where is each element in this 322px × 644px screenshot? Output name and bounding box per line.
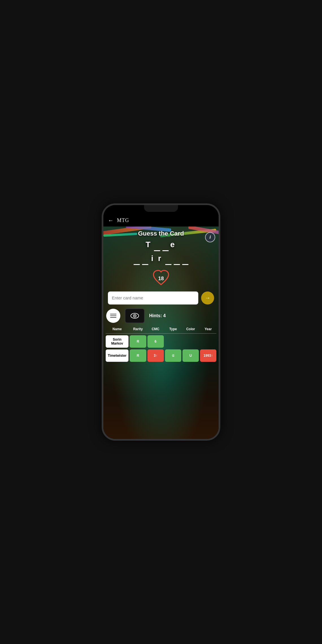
card-name-input[interactable] (108, 291, 198, 304)
lives-count: 18 (158, 275, 164, 281)
phone-notch (144, 205, 178, 212)
phone-frame: ← MTG Guess the Card (102, 203, 220, 441)
blank-3 (134, 252, 140, 265)
col-cmc: CMC (147, 326, 164, 332)
eye-hints-row: Hints: 4 (125, 308, 166, 323)
letter-r: r (157, 252, 164, 265)
blank-4 (142, 252, 148, 265)
cell-cmc-2: 3↑ (147, 349, 164, 362)
cell-color-2: U (182, 349, 199, 362)
cell-year-1 (200, 335, 216, 348)
col-name: Name (106, 326, 129, 332)
cell-cmc-1: 6 (147, 335, 164, 348)
table-header: Name Rarity CMC Type Color Year (105, 326, 217, 332)
guess-table: Name Rarity CMC Type Color Year Sorin Ma… (103, 326, 219, 364)
content-overlay: Guess the Card i T e (103, 227, 219, 364)
cell-name-2: Timetwister (106, 349, 129, 362)
col-year: Year (200, 326, 216, 332)
col-type: Type (165, 326, 181, 332)
col-color: Color (182, 326, 199, 332)
menu-button[interactable] (106, 309, 120, 323)
cell-name-1: Sorin Markov (106, 335, 129, 348)
menu-line-2 (110, 316, 116, 316)
word-display: T e i r (133, 238, 189, 266)
cell-color-1 (182, 335, 199, 348)
blank-5 (165, 252, 171, 265)
table-divider (106, 333, 216, 334)
info-button[interactable]: i (205, 232, 215, 242)
input-area: → (103, 291, 219, 304)
cell-type-1 (165, 335, 181, 348)
word-line-2: i r (133, 252, 189, 265)
controls-row: Hints: 4 (103, 308, 219, 323)
letter-e: e (170, 238, 177, 251)
game-title: Guess the Card (138, 230, 184, 237)
word-line-1: T e (133, 238, 189, 251)
submit-icon: → (205, 295, 210, 301)
phone-screen: ← MTG Guess the Card (103, 205, 219, 439)
app-name: MTG (117, 217, 129, 223)
letter-i: i (150, 252, 156, 265)
cell-rarity-2: R (130, 349, 146, 362)
title-row: Guess the Card i (103, 230, 219, 237)
blank-6 (174, 252, 180, 265)
table-row: Sorin Markov R 6 (105, 335, 217, 348)
app-header: ← MTG (103, 214, 219, 227)
table-row: Timetwister R 3↑ 𝔖 U 1993↑ (105, 349, 217, 362)
menu-line-1 (110, 314, 116, 314)
blank-7 (182, 252, 188, 265)
menu-line-3 (110, 317, 116, 318)
cell-year-2: 1993↑ (200, 349, 216, 362)
blank-1 (154, 238, 160, 251)
lives-container: 18 (151, 269, 171, 288)
cell-type-2: 𝔖 (165, 349, 181, 362)
main-content: Guess the Card i T e (103, 227, 219, 439)
svg-point-2 (134, 315, 135, 316)
back-button[interactable]: ← (108, 217, 114, 224)
cell-rarity-1: R (130, 335, 146, 348)
blank-2 (162, 238, 169, 251)
submit-button[interactable]: → (201, 291, 214, 304)
eye-button[interactable] (125, 308, 145, 323)
heart-icon: 18 (151, 269, 171, 288)
eye-svg (130, 313, 139, 319)
letter-T: T (145, 238, 152, 251)
info-icon: i (210, 235, 211, 240)
col-rarity: Rarity (130, 326, 146, 332)
hints-text: Hints: 4 (149, 313, 166, 318)
